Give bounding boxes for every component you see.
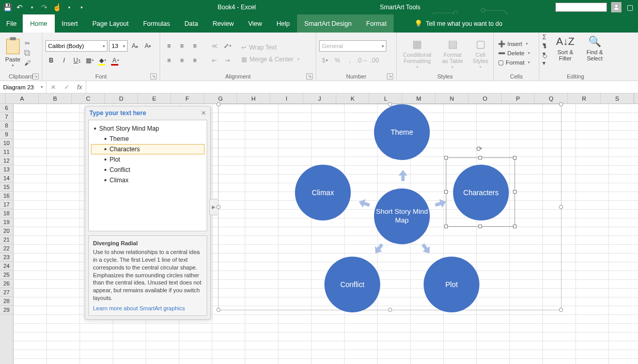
row-header[interactable]: 27 — [0, 288, 13, 297]
enter-formula-icon[interactable]: ✓ — [60, 84, 73, 91]
resize-handle-r[interactable] — [559, 205, 563, 209]
cells-area[interactable]: Type your text here ✕ Short Story Mind M… — [13, 104, 638, 364]
column-header[interactable]: H — [237, 93, 270, 103]
resize-handle-b[interactable] — [388, 308, 392, 312]
align-left-icon[interactable]: ≡ — [163, 55, 175, 66]
conditional-formatting-button[interactable]: ▦Conditional Formatting▾ — [400, 36, 434, 70]
shape-selection-box[interactable]: ⟳ — [446, 157, 515, 227]
save-icon[interactable]: 💾 — [3, 3, 11, 11]
tab-review[interactable]: Review — [205, 14, 241, 33]
row-header[interactable]: 16 — [0, 192, 13, 200]
row-header[interactable]: 9 — [0, 130, 13, 139]
align-middle-icon[interactable]: ≡ — [176, 40, 188, 52]
text-pane-item[interactable]: Short Story Mind Map — [91, 123, 205, 134]
row-header[interactable]: 29 — [0, 306, 13, 314]
shrink-font-icon[interactable]: A▾ — [142, 40, 153, 52]
resize-handle-br[interactable] — [559, 308, 563, 312]
row-header[interactable]: 12 — [0, 156, 13, 165]
column-header[interactable]: F — [171, 93, 204, 103]
shape-handle-bl[interactable] — [444, 225, 448, 228]
align-center-icon[interactable]: ≡ — [176, 55, 188, 66]
tab-file[interactable]: File — [0, 14, 23, 33]
row-header[interactable]: 28 — [0, 297, 13, 306]
tab-view[interactable]: View — [241, 14, 269, 33]
row-header[interactable]: 19 — [0, 218, 13, 227]
clipboard-launcher[interactable]: ↘ — [33, 73, 39, 80]
row-header[interactable]: 24 — [0, 262, 13, 271]
text-pane-item[interactable]: Theme — [91, 134, 205, 144]
orientation-icon[interactable]: ⤢ — [222, 40, 233, 52]
undo-dd[interactable]: ▾ — [28, 3, 36, 11]
shape-handle-r[interactable] — [513, 190, 517, 194]
grow-font-icon[interactable]: A▴ — [129, 40, 141, 52]
row-header[interactable]: 13 — [0, 165, 13, 174]
resize-handle-tl[interactable] — [216, 102, 221, 106]
row-header[interactable]: 21 — [0, 235, 13, 244]
smartart-node-conflict[interactable]: Conflict — [324, 257, 380, 312]
column-header[interactable]: O — [469, 93, 502, 103]
format-as-table-button[interactable]: ▤Format as Table▾ — [440, 36, 465, 70]
user-avatar[interactable] — [611, 2, 621, 12]
smartart-center[interactable]: Short Story Mind Map — [374, 188, 430, 244]
column-header[interactable]: S — [601, 93, 634, 103]
font-size-combo[interactable]: 13▾ — [109, 40, 128, 52]
redo-icon[interactable]: ↷ — [40, 3, 49, 11]
row-header[interactable]: 18 — [0, 209, 13, 218]
bold-button[interactable]: B — [45, 55, 57, 66]
resize-handle-l[interactable] — [216, 205, 221, 209]
fx-icon[interactable]: fx — [73, 84, 86, 91]
format-cells-button[interactable]: ▢Format▾ — [497, 58, 531, 67]
column-header[interactable]: I — [270, 93, 303, 103]
percent-icon[interactable]: % — [332, 55, 343, 66]
shape-handle-tl[interactable] — [444, 156, 448, 160]
row-header[interactable]: 26 — [0, 279, 13, 288]
cancel-formula-icon[interactable]: ✕ — [46, 84, 60, 91]
paste-button[interactable]: Paste ▾ — [3, 38, 22, 69]
select-all-corner[interactable] — [0, 93, 6, 103]
copy-icon[interactable]: ⿻ — [23, 49, 32, 57]
row-header[interactable]: 22 — [0, 244, 13, 253]
row-header[interactable]: 25 — [0, 271, 13, 279]
align-bottom-icon[interactable]: ≡ — [189, 40, 200, 52]
row-header[interactable]: 8 — [0, 121, 13, 130]
sort-filter-button[interactable]: A↓ZSort & Filter — [553, 34, 578, 62]
increase-decimal-icon[interactable]: .0→ — [356, 55, 368, 66]
row-header[interactable]: 11 — [0, 148, 13, 156]
resize-handle-tr[interactable] — [559, 102, 563, 106]
column-header[interactable]: E — [138, 93, 171, 103]
qat-customize[interactable]: ▾ — [77, 3, 86, 11]
text-pane-item[interactable]: Characters — [91, 144, 205, 154]
tab-page-layout[interactable]: Page Layout — [85, 14, 136, 33]
delete-cells-button[interactable]: ➖Delete▾ — [497, 49, 531, 57]
alignment-launcher[interactable]: ↘ — [306, 73, 313, 80]
touch-dd[interactable]: ▾ — [65, 3, 73, 11]
number-launcher[interactable]: ↘ — [387, 73, 393, 80]
column-header[interactable]: J — [303, 93, 336, 103]
signin-input[interactable] — [555, 3, 607, 12]
fill-icon[interactable]: ⬇ ▾ — [542, 43, 550, 50]
column-header[interactable]: N — [435, 93, 469, 103]
italic-button[interactable]: I — [58, 55, 70, 66]
column-header[interactable]: G — [204, 93, 237, 103]
font-launcher[interactable]: ↘ — [150, 73, 157, 80]
row-header[interactable]: 10 — [0, 139, 13, 148]
column-header[interactable]: K — [336, 93, 369, 103]
smartart-node-theme[interactable]: Theme — [374, 104, 430, 160]
comma-icon[interactable]: , — [344, 55, 355, 66]
column-header[interactable]: M — [402, 93, 435, 103]
name-box[interactable]: Diagram 23▾ — [0, 81, 46, 93]
underline-button[interactable]: U — [71, 55, 83, 66]
text-pane-list[interactable]: Short Story Mind MapThemeCharactersPlotC… — [88, 120, 207, 231]
rotation-handle-icon[interactable]: ⟳ — [476, 145, 485, 153]
close-icon[interactable]: ✕ — [201, 109, 206, 117]
tab-help[interactable]: Help — [269, 14, 297, 33]
touch-mode-icon[interactable]: ☝ — [53, 3, 61, 11]
indent-left-icon[interactable]: ⇤ — [209, 55, 220, 66]
tell-me-search[interactable]: 💡 Tell me what you want to do — [409, 14, 507, 33]
column-header[interactable]: A — [6, 93, 39, 103]
column-header[interactable]: L — [369, 93, 402, 103]
smartart-frame[interactable]: ▶ Short Story Mind Map Theme Characters … — [218, 104, 562, 310]
border-button[interactable]: ▦ — [84, 55, 96, 66]
tab-insert[interactable]: Insert — [55, 14, 85, 33]
shape-handle-br[interactable] — [513, 225, 517, 228]
